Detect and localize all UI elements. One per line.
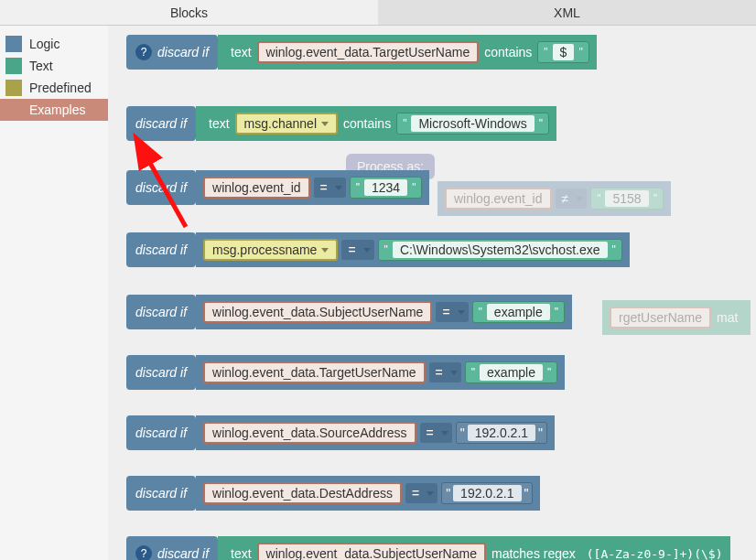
field-name: winlog.event_data.DestAddress bbox=[212, 486, 393, 501]
text-keyword: text bbox=[225, 45, 257, 59]
discard-if-label: discard if bbox=[157, 546, 209, 560]
field-selector[interactable]: winlog.event_data.SubjectUserName bbox=[257, 543, 486, 560]
field-selector[interactable]: winlog.event_data.SubjectUserName bbox=[203, 301, 432, 323]
block-body[interactable]: winlog.event_data.SourceAddress="192.0.2… bbox=[196, 415, 555, 450]
value-input[interactable]: "$" bbox=[537, 41, 589, 63]
discard-if-head[interactable]: discard if bbox=[126, 106, 196, 141]
field-selector[interactable]: msg.processname bbox=[203, 239, 338, 261]
value-text[interactable]: example bbox=[480, 364, 543, 381]
matches_regex-keyword: matches regex bbox=[486, 546, 581, 560]
value-text[interactable]: 192.0.2.1 bbox=[468, 425, 535, 441]
field-selector[interactable]: winlog.event_data.TargetUserName bbox=[257, 41, 480, 63]
operator-dropdown[interactable]: = bbox=[429, 362, 461, 382]
field-selector[interactable]: msg.channel bbox=[235, 113, 338, 135]
value-input[interactable]: "192.0.2.1" bbox=[441, 482, 533, 504]
value-text[interactable]: example bbox=[487, 304, 550, 320]
category-predefined[interactable]: Predefined bbox=[0, 77, 108, 99]
value-input[interactable]: "Microsoft-Windows" bbox=[396, 113, 549, 135]
value-text[interactable]: 192.0.2.1 bbox=[453, 485, 521, 501]
tab-xml[interactable]: XML bbox=[378, 0, 756, 25]
operator-dropdown[interactable]: = bbox=[420, 423, 452, 443]
discard-if-head[interactable]: discard if bbox=[126, 415, 196, 450]
blockly-canvas[interactable]: Process as: winlog.event_id ≠ "5158" rge… bbox=[108, 26, 756, 560]
value-text[interactable]: 1234 bbox=[364, 179, 407, 196]
tab-xml-label: XML bbox=[554, 5, 580, 20]
quote-icon: " bbox=[446, 486, 450, 501]
quote-icon: " bbox=[577, 46, 584, 59]
block-row-7[interactable]: discard ifwinlog.event_data.DestAddress=… bbox=[126, 476, 540, 511]
quote-icon: " bbox=[354, 181, 362, 194]
value-input[interactable]: "1234" bbox=[350, 177, 423, 199]
block-row-2[interactable]: discard ifwinlog.event_id="1234" bbox=[126, 170, 429, 205]
dropdown-icon[interactable] bbox=[321, 122, 329, 126]
category-logic[interactable]: Logic bbox=[0, 33, 108, 55]
discard-if-label: discard if bbox=[135, 365, 187, 380]
discard-if-head[interactable]: discard if bbox=[126, 476, 196, 511]
value-text[interactable]: C:\Windows\System32\svchost.exe bbox=[393, 242, 608, 258]
tab-blocks[interactable]: Blocks bbox=[0, 0, 378, 25]
help-icon[interactable]: ? bbox=[135, 545, 152, 560]
block-row-1[interactable]: discard iftextmsg.channelcontains"Micros… bbox=[126, 106, 556, 141]
block-row-4[interactable]: discard ifwinlog.event_data.SubjectUserN… bbox=[126, 295, 572, 329]
block-body[interactable]: winlog.event_id="1234" bbox=[196, 170, 429, 205]
dropdown-icon[interactable] bbox=[458, 310, 465, 315]
quote-icon: " bbox=[383, 243, 390, 256]
help-icon[interactable]: ? bbox=[135, 44, 152, 60]
category-text[interactable]: Text bbox=[0, 55, 108, 77]
regex-pattern[interactable]: ([A-Za-z0-9-]+)(\$) bbox=[581, 547, 723, 561]
dropdown-icon[interactable] bbox=[363, 248, 371, 253]
field-selector[interactable]: winlog.event_data.DestAddress bbox=[203, 482, 402, 504]
block-row-8[interactable]: ?discard iftextwinlog.event_data.Subject… bbox=[126, 536, 730, 560]
block-body[interactable]: textwinlog.event_data.SubjectUserNamemat… bbox=[218, 536, 729, 560]
operator-symbol: = bbox=[433, 365, 446, 380]
dropdown-icon[interactable] bbox=[450, 371, 458, 375]
value-text[interactable]: Microsoft-Windows bbox=[411, 115, 534, 132]
value-input[interactable]: "192.0.2.1" bbox=[456, 422, 547, 444]
field-selector[interactable]: winlog.event_data.SourceAddress bbox=[203, 422, 416, 444]
quote-icon: " bbox=[537, 117, 545, 130]
value-text[interactable]: $ bbox=[553, 44, 575, 60]
operator-dropdown[interactable]: = bbox=[405, 483, 437, 503]
quote-icon: " bbox=[477, 306, 484, 318]
discard-if-head[interactable]: ?discard if bbox=[126, 536, 218, 560]
block-body[interactable]: textmsg.channelcontains"Microsoft-Window… bbox=[196, 106, 556, 141]
operator-symbol: = bbox=[424, 425, 437, 440]
swatch-text bbox=[5, 58, 22, 74]
value-input[interactable]: "example" bbox=[472, 301, 565, 323]
block-row-3[interactable]: discard ifmsg.processname="C:\Windows\Sy… bbox=[126, 232, 630, 267]
category-examples[interactable]: Examples bbox=[0, 99, 108, 121]
discard-if-head[interactable]: ?discard if bbox=[126, 35, 218, 70]
field-selector[interactable]: winlog.event_data.TargetUserName bbox=[203, 361, 426, 383]
dropdown-icon[interactable] bbox=[321, 248, 329, 253]
discard-if-head[interactable]: discard if bbox=[126, 355, 196, 390]
swatch-predefined bbox=[5, 80, 22, 96]
quote-icon: " bbox=[538, 425, 543, 440]
operator-dropdown[interactable]: = bbox=[314, 178, 346, 198]
quote-icon: " bbox=[470, 366, 477, 379]
block-body[interactable]: textwinlog.event_data.TargetUserNamecont… bbox=[218, 35, 597, 70]
value-input[interactable]: "C:\Windows\System32\svchost.exe" bbox=[378, 239, 622, 261]
block-body[interactable]: winlog.event_data.SubjectUserName="examp… bbox=[196, 295, 572, 329]
discard-if-head[interactable]: discard if bbox=[126, 170, 196, 205]
discard-if-head[interactable]: discard if bbox=[126, 232, 196, 267]
field-name: winlog.event_id bbox=[212, 180, 301, 195]
block-row-0[interactable]: ?discard iftextwinlog.event_data.TargetU… bbox=[126, 35, 597, 70]
category-logic-label: Logic bbox=[29, 37, 59, 51]
block-body[interactable]: winlog.event_data.DestAddress="192.0.2.1… bbox=[196, 476, 540, 511]
text-keyword: text bbox=[203, 116, 235, 131]
dropdown-icon[interactable] bbox=[335, 186, 342, 190]
operator-dropdown[interactable]: = bbox=[341, 240, 373, 260]
block-row-5[interactable]: discard ifwinlog.event_data.TargetUserNa… bbox=[126, 355, 565, 390]
dropdown-icon[interactable] bbox=[427, 491, 434, 496]
field-name: msg.processname bbox=[212, 242, 317, 257]
field-selector[interactable]: winlog.event_id bbox=[203, 177, 310, 199]
block-row-6[interactable]: discard ifwinlog.event_data.SourceAddres… bbox=[126, 415, 555, 450]
discard-if-head[interactable]: discard if bbox=[126, 295, 196, 329]
block-body[interactable]: msg.processname="C:\Windows\System32\svc… bbox=[196, 232, 630, 267]
operator-dropdown[interactable]: = bbox=[436, 302, 468, 322]
operator-symbol: = bbox=[409, 486, 422, 501]
block-body[interactable]: winlog.event_data.TargetUserName="exampl… bbox=[196, 355, 565, 390]
dropdown-icon[interactable] bbox=[441, 431, 448, 436]
value-input[interactable]: "example" bbox=[465, 361, 557, 383]
quote-icon: " bbox=[401, 117, 408, 130]
